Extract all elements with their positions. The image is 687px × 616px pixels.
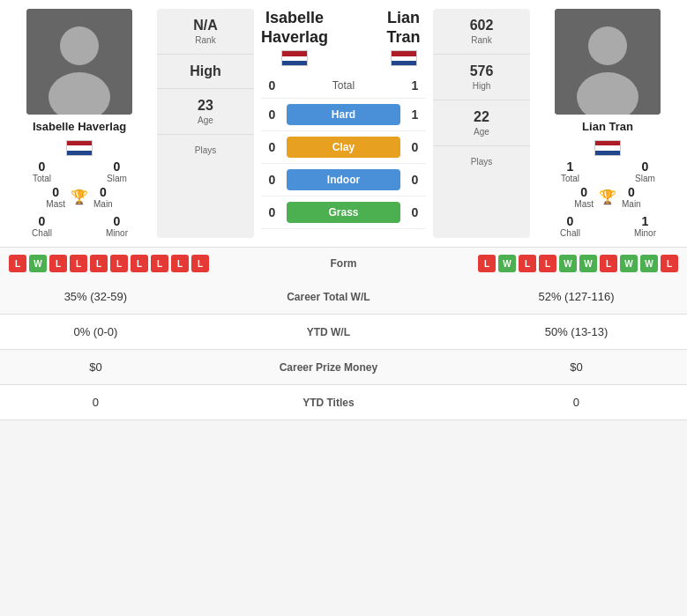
left-trophy-icon: 🏆 [71, 189, 88, 205]
grass-badge: Grass [287, 202, 400, 223]
left-minor: 0 Minor [84, 214, 150, 238]
stats-row-0: 35% (32-59)Career Total W/L52% (127-116) [0, 279, 687, 315]
stats-row-3: 0YTD Titles0 [0, 385, 687, 420]
stat-label-0: Career Total W/L [191, 279, 466, 315]
left-main: 0 Main [93, 185, 113, 209]
player-left-card: Isabelle Haverlag 0 Total 0 Slam [9, 9, 150, 238]
right-form: LWLLWWLWWL [377, 255, 679, 272]
stat-left-1: 0% (0-0) [0, 315, 191, 350]
stat-left-3: 0 [0, 385, 191, 420]
left-mast: 0 Mast [46, 185, 65, 209]
loss-badge: L [519, 255, 536, 272]
loss-badge: L [9, 255, 26, 272]
stats-row-2: $0Career Prize Money$0 [0, 350, 687, 385]
clay-badge: Clay [287, 137, 400, 158]
loss-badge: L [151, 255, 168, 272]
stat-left-0: 35% (32-59) [0, 279, 191, 315]
indoor-row: 0 Indoor 0 [261, 164, 426, 197]
hard-row: 0 Hard 1 [261, 99, 426, 131]
left-rank-cell: N/A Rank [157, 9, 254, 55]
stat-right-2: $0 [466, 350, 687, 385]
left-info-panel: N/A Rank High 23 Age Plays [157, 9, 254, 238]
left-player-name: Isabelle Haverlag [33, 120, 126, 133]
right-mast: 0 Mast [574, 185, 594, 209]
stats-table: 35% (32-59)Career Total W/L52% (127-116)… [0, 279, 687, 420]
right-trophy-row: 0 Mast 🏆 0 Main [574, 185, 640, 209]
right-main: 0 Main [622, 185, 641, 209]
hard-badge: Hard [287, 104, 400, 125]
loss-badge: L [600, 255, 617, 272]
stat-left-2: $0 [0, 350, 191, 385]
right-age-cell: 22 Age [433, 100, 530, 146]
left-avatar [26, 9, 132, 115]
total-row: 0 Total 1 [261, 73, 426, 99]
right-plays-cell: Plays [433, 146, 530, 175]
main-container: Isabelle Haverlag 0 Total 0 Slam [0, 0, 687, 420]
right-total: 1 Total [537, 160, 603, 183]
right-minor: 1 Minor [612, 214, 678, 238]
loss-badge: L [90, 255, 108, 272]
middle-stats: Isabelle Haverlag Lian Tran [261, 9, 426, 238]
stat-label-3: YTD Titles [191, 385, 466, 420]
loss-badge: L [478, 255, 496, 272]
win-badge: W [640, 255, 658, 272]
stat-right-0: 52% (127-116) [466, 279, 687, 315]
right-player-name: Lian Tran [582, 120, 633, 133]
indoor-badge: Indoor [287, 169, 400, 190]
right-bottom-stats: 0 Chall 1 Minor [537, 214, 678, 238]
stat-label-1: YTD W/L [191, 315, 466, 350]
stat-right-3: 0 [466, 385, 687, 420]
loss-badge: L [191, 255, 209, 272]
left-age-cell: 23 Age [157, 89, 254, 135]
left-header: Isabelle Haverlag [261, 9, 328, 66]
form-section: LWLLLLLLLL Form LWLLWWLWWL [0, 247, 687, 279]
loss-badge: L [539, 255, 556, 272]
right-chall: 0 Chall [537, 214, 603, 238]
left-high-cell: High [157, 55, 254, 89]
right-trophy-icon: 🏆 [599, 189, 616, 205]
left-slam: 0 Slam [84, 160, 150, 183]
loss-badge: L [49, 255, 67, 272]
loss-badge: L [661, 255, 678, 272]
left-stats-grid: 0 Total 0 Slam [9, 160, 150, 183]
stats-row-1: 0% (0-0)YTD W/L50% (13-13) [0, 315, 687, 350]
left-bottom-stats: 0 Chall 0 Minor [9, 214, 150, 238]
form-label: Form [317, 257, 370, 270]
left-flag [66, 140, 93, 156]
win-badge: W [498, 255, 516, 272]
grass-row: 0 Grass 0 [261, 197, 426, 229]
win-badge: W [559, 255, 577, 272]
win-badge: W [620, 255, 638, 272]
svg-point-1 [60, 26, 99, 65]
left-form: LWLLLLLLLL [9, 255, 310, 272]
right-header: Lian Tran [381, 9, 426, 66]
stat-right-1: 50% (13-13) [466, 315, 687, 350]
right-high-cell: 576 High [433, 55, 530, 100]
clay-row: 0 Clay 0 [261, 131, 426, 164]
right-rank-cell: 602 Rank [433, 9, 530, 55]
player-right-card: Lian Tran 1 Total 0 Slam [537, 9, 678, 238]
players-section: Isabelle Haverlag 0 Total 0 Slam [0, 0, 687, 247]
loss-badge: L [171, 255, 189, 272]
left-chall: 0 Chall [9, 214, 75, 238]
left-trophy-row: 0 Mast 🏆 0 Main [46, 185, 112, 209]
right-slam: 0 Slam [612, 160, 678, 183]
right-info-panel: 602 Rank 576 High 22 Age Plays [433, 9, 530, 238]
win-badge: W [579, 255, 597, 272]
win-badge: W [29, 255, 47, 272]
left-plays-cell: Plays [157, 135, 254, 164]
right-flag [594, 140, 621, 156]
loss-badge: L [110, 255, 128, 272]
svg-point-4 [588, 26, 627, 65]
left-total: 0 Total [9, 160, 75, 183]
right-stats-grid: 1 Total 0 Slam [537, 160, 678, 183]
loss-badge: L [70, 255, 87, 272]
stat-label-2: Career Prize Money [191, 350, 466, 385]
right-avatar [555, 9, 661, 115]
loss-badge: L [131, 255, 148, 272]
